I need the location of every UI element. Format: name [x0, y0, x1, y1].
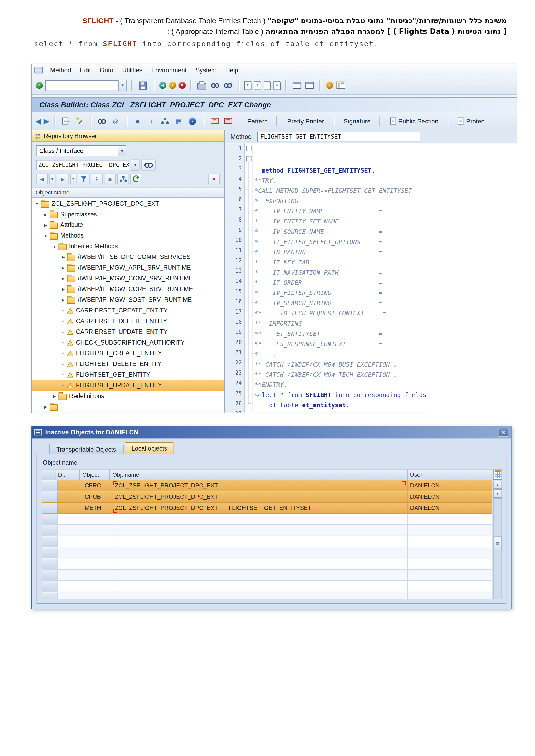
menu-item[interactable]: Method	[46, 65, 75, 74]
customize-layout-icon[interactable]	[336, 80, 346, 91]
browser-type-select[interactable]: Class / Interface ▼	[36, 146, 127, 157]
table-row[interactable]	[42, 558, 492, 570]
tab[interactable]: Local objects	[124, 442, 175, 454]
enter-icon[interactable]: ✓	[36, 82, 43, 89]
tree-expander-icon[interactable]	[60, 276, 67, 281]
new-session-icon[interactable]	[291, 80, 302, 91]
menu-item[interactable]: System	[191, 65, 221, 74]
protected-section-button[interactable]: Protec	[454, 116, 488, 126]
row-selector[interactable]	[42, 547, 58, 558]
tree-column-header[interactable]: Object Name	[32, 187, 224, 198]
chevron-down-icon[interactable]: ▼	[118, 146, 126, 156]
object-list-icon[interactable]: ≡	[132, 116, 143, 126]
create-shortcut-icon[interactable]: ↗	[304, 80, 315, 91]
row-selector[interactable]	[42, 570, 58, 580]
tree-item[interactable]: Inherited Methods	[32, 241, 224, 252]
row-selector[interactable]	[42, 536, 58, 547]
where-used-icon[interactable]: ◎	[110, 116, 121, 126]
history-forward-icon[interactable]: ▶	[57, 174, 69, 184]
table-row[interactable]	[42, 547, 492, 558]
fax-icon[interactable]	[223, 116, 234, 126]
row-selector[interactable]	[42, 581, 58, 592]
tree-expander-icon[interactable]	[60, 328, 67, 336]
tree-expander-icon[interactable]	[60, 382, 67, 390]
tree-expander-icon[interactable]	[60, 307, 67, 314]
tree-expander-icon[interactable]	[60, 298, 67, 302]
tree-item[interactable]: FLIGHTSET_UPDATE_ENTITY	[32, 380, 224, 391]
mail-icon[interactable]	[210, 116, 220, 126]
column-header-d[interactable]: D..	[55, 470, 80, 480]
scroll-up-icon[interactable]: ▲	[493, 481, 502, 489]
tree-item[interactable]: Redefinitions	[32, 391, 224, 401]
menu-item[interactable]: Goto	[95, 65, 118, 74]
activate-icon[interactable]	[74, 116, 85, 126]
row-selector[interactable]	[42, 514, 58, 525]
pattern-button[interactable]: Pattern	[243, 116, 272, 126]
command-field[interactable]: ▼	[45, 79, 127, 91]
help-icon[interactable]: ?	[326, 82, 333, 89]
table-row[interactable]: CPRO ZCL_ZSFLIGHT_PROJECT_DPC_EXT DANIEL…	[42, 480, 492, 491]
tree-expander-icon[interactable]	[51, 394, 58, 398]
display-change-icon[interactable]	[97, 116, 107, 126]
previous-page-icon[interactable]: ↑	[254, 81, 261, 90]
object-history-icon[interactable]: ▼	[131, 159, 140, 171]
tree-item[interactable]: Attribute	[32, 220, 224, 230]
row-selector[interactable]	[42, 592, 58, 599]
public-section-button[interactable]: Public Section	[386, 116, 442, 126]
find-icon[interactable]	[210, 80, 220, 91]
tree-item[interactable]: FLIGHTSET_CREATE_ENTITY	[32, 348, 224, 359]
history-back-menu-icon[interactable]: ▼	[49, 174, 55, 184]
tree-expander-icon[interactable]	[60, 265, 67, 270]
filter-icon[interactable]	[78, 174, 90, 184]
tree-expander-icon[interactable]	[60, 371, 67, 379]
next-page-icon[interactable]: ↓	[264, 81, 271, 90]
refresh-icon[interactable]	[130, 174, 142, 184]
tree-expander-icon[interactable]	[60, 360, 67, 368]
exit-icon[interactable]: ▲	[169, 82, 176, 89]
tree-item[interactable]: FLIGHTSET_GET_ENTITY	[32, 369, 224, 380]
row-selector[interactable]	[42, 502, 58, 513]
code-editor[interactable]: 1234567891011121314151617181920212223242…	[225, 143, 517, 413]
fold-toggle-icon[interactable]	[246, 146, 251, 151]
menu-item[interactable]: Edit	[75, 65, 95, 74]
check-syntax-icon[interactable]: ✓	[61, 116, 71, 126]
tree-expander-icon[interactable]	[60, 287, 67, 291]
tree-expander-icon[interactable]	[42, 212, 49, 217]
navigation-icon[interactable]: ↕	[146, 116, 157, 126]
find-next-icon[interactable]: +	[223, 80, 234, 91]
tree-item[interactable]: ZCL_ZSFLIGHT_PROJECT_DPC_EXT	[32, 199, 224, 209]
last-page-icon[interactable]: ⇓	[273, 81, 281, 90]
sort-icon[interactable]	[91, 174, 103, 184]
cancel-icon[interactable]: ✕	[179, 82, 186, 89]
scrollbar-track[interactable]	[493, 498, 502, 599]
row-selector[interactable]	[42, 480, 58, 491]
pretty-printer-button[interactable]: Pretty Printer	[283, 116, 328, 126]
table-row[interactable]	[42, 514, 492, 525]
row-selector[interactable]	[42, 525, 58, 536]
table-row[interactable]	[42, 536, 492, 548]
history-forward-menu-icon[interactable]: ▼	[70, 174, 76, 184]
back-icon[interactable]: ◀	[159, 82, 166, 89]
save-icon[interactable]	[138, 80, 148, 91]
fold-toggle-icon[interactable]	[246, 156, 251, 161]
column-header-obj-name[interactable]: Obj. name	[110, 470, 408, 480]
command-history-icon[interactable]: ▼	[118, 79, 127, 91]
tree-item[interactable]: Superclasses	[32, 209, 224, 220]
code-area[interactable]: method FLIGHTSET_GET_ENTITYSET.**TRY.*CA…	[253, 143, 517, 413]
method-name-field[interactable]: FLIGHTSET_GET_ENTITYSET	[258, 132, 421, 142]
scrollbar-handle[interactable]	[494, 537, 501, 550]
system-menu-icon[interactable]	[35, 67, 43, 73]
tree-item[interactable]	[32, 401, 224, 412]
tree-item[interactable]: FLIGHTSET_DELETE_ENTITY	[32, 359, 224, 369]
close-icon[interactable]: ✕	[498, 428, 508, 437]
info-icon[interactable]: i	[187, 116, 198, 126]
tree-expander-icon[interactable]	[42, 223, 49, 228]
table-row[interactable]	[42, 592, 492, 599]
tree-item[interactable]: CARRIERSET_DELETE_ENTITY	[32, 316, 224, 327]
tree-expander-icon[interactable]	[60, 255, 67, 259]
tree-item[interactable]: CARRIERSET_UPDATE_ENTITY	[32, 327, 224, 337]
tree-item[interactable]: Methods	[32, 230, 224, 241]
tree-expander-icon[interactable]	[60, 350, 67, 357]
table-row[interactable]	[42, 581, 492, 592]
dialog-title-bar[interactable]: Inactive Objects for DANIELCN ✕	[32, 426, 511, 439]
